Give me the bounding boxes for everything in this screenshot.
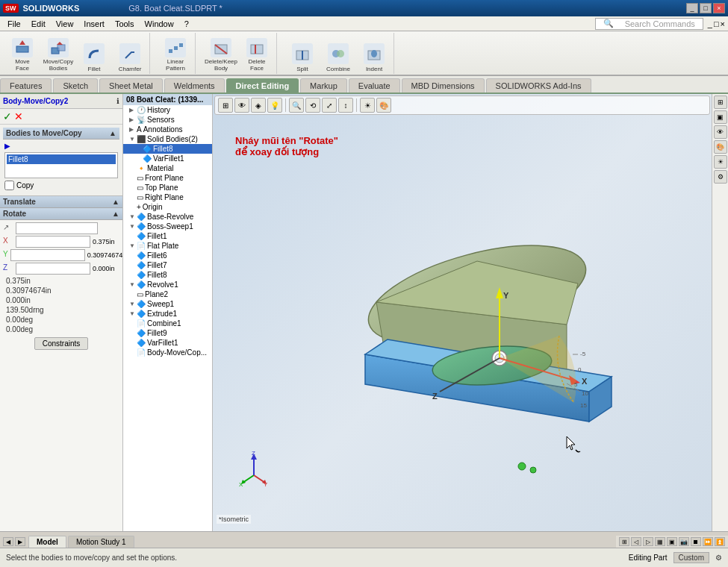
search-bar[interactable]: 🔍 Search Commands (595, 18, 703, 30)
tree-item[interactable]: ▶🕐History (123, 105, 212, 115)
chamfer-button[interactable]: Chamfer (113, 37, 146, 74)
body-list-item[interactable]: Fillet8 (7, 154, 116, 164)
tab-direct-editing[interactable]: Direct Editing (226, 78, 299, 93)
tree-item[interactable]: ▼🔷Boss-Sweep1 (123, 222, 212, 231)
icon-7[interactable]: ⏹ (691, 537, 701, 546)
tree-item[interactable]: 🔷Fillet8 (123, 270, 212, 280)
close-btn2[interactable]: × (721, 19, 725, 28)
ok-checkmark[interactable]: ✓ (3, 110, 12, 122)
tree-item[interactable]: 🔷Fillet9 (123, 328, 212, 338)
tab-next[interactable]: ▶ (15, 537, 25, 546)
move-face-button[interactable]: MoveFace (6, 37, 39, 74)
icon-1[interactable]: ⊞ (619, 537, 629, 546)
menu-window[interactable]: Window (140, 19, 178, 29)
tab-markup[interactable]: Markup (300, 78, 347, 93)
icon-5[interactable]: ▣ (667, 537, 677, 546)
y-input[interactable] (10, 249, 85, 261)
tree-item[interactable]: ▼📄Flat Plate (123, 241, 212, 251)
tree-item[interactable]: ▭Front Plane (123, 173, 212, 183)
tree-item[interactable]: 🔷Fillet8 (123, 144, 212, 154)
tree-item[interactable]: 🔷Fillet1 (123, 231, 212, 241)
icon-4[interactable]: ▦ (655, 537, 665, 546)
tab-addins[interactable]: SOLIDWORKS Add-Ins (486, 78, 591, 93)
tree-item[interactable]: ▶AAnnotations (123, 125, 212, 134)
btab-model[interactable]: Model (28, 536, 66, 548)
vp-btn-7[interactable]: ⤢ (322, 98, 337, 113)
restore-button[interactable]: □ (700, 3, 712, 13)
menu-insert[interactable]: Insert (79, 19, 109, 29)
translate-header[interactable]: Translate ▲ (0, 196, 122, 208)
minimize-button[interactable]: _ (686, 3, 698, 13)
vp-btn-6[interactable]: ⟲ (305, 98, 320, 113)
settings-icon[interactable]: ⚙ (715, 554, 722, 562)
menu-tools[interactable]: Tools (111, 19, 139, 29)
tab-prev[interactable]: ◀ (3, 537, 13, 546)
tab-mbd[interactable]: MBD Dimensions (402, 78, 485, 93)
icon-9[interactable]: ⏫ (715, 537, 725, 546)
btab-motion[interactable]: Motion Study 1 (68, 536, 134, 548)
right-btn-6[interactable]: ⚙ (714, 170, 727, 184)
vp-btn-1[interactable]: ⊞ (218, 98, 233, 113)
combine-button[interactable]: Combine (322, 37, 355, 74)
right-btn-5[interactable]: ☀ (714, 155, 727, 169)
tree-item[interactable]: ▼🔷Revolve1 (123, 280, 212, 289)
cancel-x[interactable]: ✕ (14, 110, 23, 122)
tree-item[interactable]: 📄Body-Move/Cop... (123, 348, 212, 357)
rotate-axis-input[interactable] (16, 222, 98, 234)
tree-root[interactable]: 08 Boat Cleat: (1339... (123, 94, 212, 105)
restore-btn2[interactable]: □ (714, 19, 719, 28)
vp-btn-8[interactable]: ↕ (338, 98, 353, 113)
menu-view[interactable]: View (52, 19, 78, 29)
constraints-button[interactable]: Constraints (34, 337, 89, 350)
vp-btn-9[interactable]: ☀ (360, 98, 375, 113)
right-btn-1[interactable]: ⊞ (714, 95, 727, 109)
tree-item[interactable]: 🔷Fillet6 (123, 251, 212, 260)
vp-btn-4[interactable]: 💡 (267, 98, 282, 113)
menu-help[interactable]: ? (180, 19, 193, 29)
tree-item[interactable]: ▭Top Plane (123, 183, 212, 192)
icon-8[interactable]: ⏩ (703, 537, 713, 546)
tab-weldments[interactable]: Weldments (164, 78, 225, 93)
copy-checkbox[interactable] (4, 181, 14, 190)
menu-file[interactable]: File (3, 19, 25, 29)
fillet-button[interactable]: Fillet (78, 37, 111, 74)
x-input[interactable] (16, 236, 90, 248)
icon-3[interactable]: ▷ (643, 537, 653, 546)
vp-btn-5[interactable]: 🔍 (289, 98, 304, 113)
delete-face-button[interactable]: DeleteFace (240, 37, 273, 74)
vp-btn-3[interactable]: ◈ (251, 98, 266, 113)
bodies-section-header[interactable]: Bodies to Move/Copy ▲ (3, 128, 119, 140)
linear-pattern-button[interactable]: LinearPattern (159, 37, 192, 74)
body-list[interactable]: Fillet8 (4, 152, 118, 178)
split-button[interactable]: Split (286, 37, 319, 74)
panel-info-icon[interactable]: ℹ (116, 97, 119, 105)
tree-item[interactable]: ▼🔷Extrude1 (123, 309, 212, 319)
tree-item[interactable]: ▭Right Plane (123, 192, 212, 202)
min-btn2[interactable]: _ (708, 19, 712, 28)
tree-item[interactable]: 🔸Material (123, 163, 212, 173)
vp-btn-10[interactable]: 🎨 (376, 98, 391, 113)
tab-sheet-metal[interactable]: Sheet Metal (99, 78, 163, 93)
right-btn-3[interactable]: 👁 (714, 125, 727, 139)
icon-2[interactable]: ◁ (631, 537, 641, 546)
tree-item[interactable]: 🔷Fillet7 (123, 260, 212, 270)
tree-item[interactable]: ▼🔷Base-Revolve (123, 212, 212, 222)
tree-item[interactable]: 📄Combine1 (123, 319, 212, 328)
move-copy-bodies-button[interactable]: Move/CopyBodies (42, 37, 75, 74)
icon-6[interactable]: 📷 (679, 537, 689, 546)
tree-item[interactable]: ▼⬛Solid Bodies(2) (123, 134, 212, 144)
tab-features[interactable]: Features (0, 78, 52, 93)
tab-evaluate[interactable]: Evaluate (349, 78, 400, 93)
z-input[interactable] (16, 263, 90, 275)
close-button[interactable]: × (713, 3, 725, 13)
menu-edit[interactable]: Edit (27, 19, 50, 29)
rotate-header[interactable]: Rotate ▲ (0, 208, 122, 220)
tree-item[interactable]: ▭Plane2 (123, 289, 212, 299)
right-btn-4[interactable]: 🎨 (714, 140, 727, 154)
right-btn-2[interactable]: ▣ (714, 110, 727, 124)
indent-button[interactable]: Indent (358, 37, 391, 74)
tree-item[interactable]: ▶📡Sensors (123, 115, 212, 125)
delete-keep-body-button[interactable]: Delete/KeepBody (205, 37, 237, 74)
viewport[interactable]: ⊞ 👁 ◈ 💡 🔍 ⟲ ⤢ ↕ ☀ 🎨 Nháy mũi tên "Rotate… (213, 94, 712, 531)
tree-item[interactable]: 🔷VarFillet1 (123, 154, 212, 163)
